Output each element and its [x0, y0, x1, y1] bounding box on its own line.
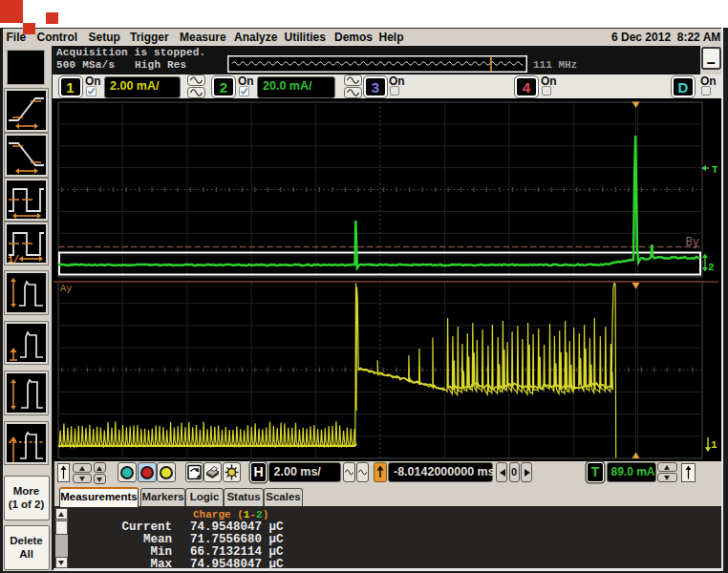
svg-text:Ay: Ay: [60, 283, 73, 294]
svg-text:1/: 1/: [8, 255, 19, 264]
svg-text:2: 2: [708, 262, 715, 273]
svg-text:1: 1: [711, 439, 717, 451]
svg-text:By: By: [686, 236, 699, 249]
svg-text:T: T: [712, 164, 718, 176]
